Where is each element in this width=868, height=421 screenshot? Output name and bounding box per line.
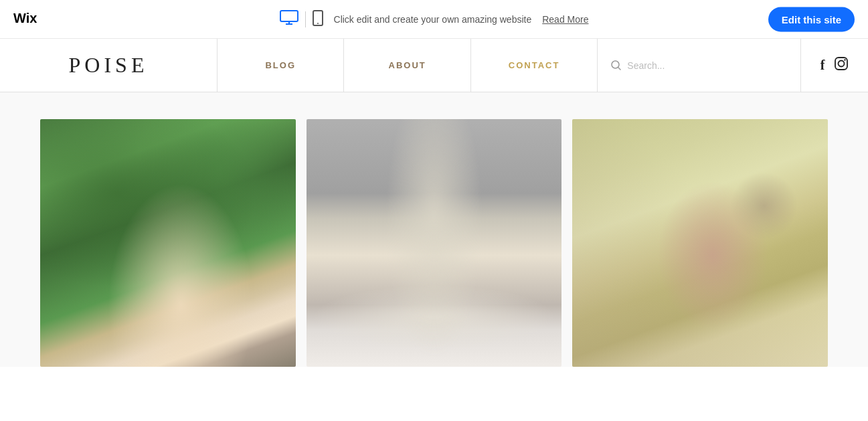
svg-line-7	[618, 67, 621, 70]
image-2	[307, 119, 562, 367]
main-nav: POISE BLOG ABOUT CONTACT Search... f	[0, 39, 868, 92]
image-3	[572, 119, 828, 367]
read-more-link[interactable]: Read More	[542, 14, 588, 25]
device-icons	[280, 10, 323, 29]
mobile-icon[interactable]	[313, 10, 323, 29]
image-grid	[40, 119, 828, 367]
svg-rect-1	[280, 11, 298, 21]
search-input[interactable]: Search...	[598, 39, 801, 92]
nav-item-about[interactable]: ABOUT	[344, 39, 470, 92]
image-card-3[interactable]	[572, 119, 828, 367]
nav-item-blog[interactable]: BLOG	[218, 39, 344, 92]
divider	[305, 11, 306, 27]
svg-point-5	[317, 23, 319, 24]
image-1	[40, 119, 296, 367]
facebook-icon[interactable]: f	[820, 58, 825, 73]
desktop-icon[interactable]	[280, 10, 298, 29]
social-links: f	[801, 39, 868, 92]
svg-point-10	[845, 59, 846, 60]
image-card-2[interactable]	[307, 119, 562, 367]
site-logo[interactable]: POISE	[0, 39, 218, 92]
edit-site-button[interactable]: Edit this site	[768, 7, 855, 31]
svg-point-6	[612, 61, 619, 68]
image-card-1[interactable]	[40, 119, 296, 367]
wix-logo[interactable]: Wix	[13, 11, 47, 28]
svg-text:Wix: Wix	[13, 11, 37, 25]
edit-promo-text: Click edit and create your own amazing w…	[334, 14, 532, 25]
nav-item-contact[interactable]: CONTACT	[471, 39, 598, 92]
search-icon	[611, 60, 622, 71]
svg-point-9	[839, 61, 845, 67]
instagram-icon[interactable]	[834, 56, 849, 74]
top-bar: Wix Click edit and create your own amazi…	[0, 0, 868, 39]
content-area	[0, 92, 868, 367]
